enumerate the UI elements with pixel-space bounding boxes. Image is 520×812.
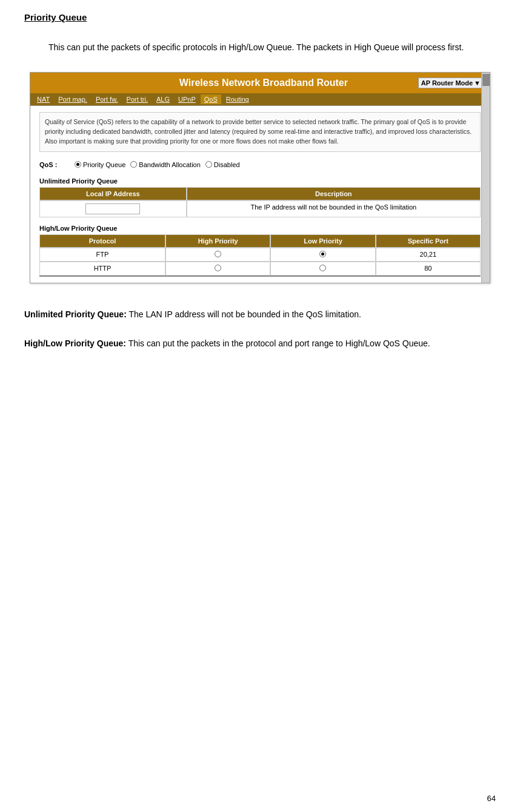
unlimited-table: Local IP Address Description The IP addr… [39, 187, 481, 217]
http-high-radio[interactable] [215, 265, 221, 271]
highlow-col-high: High Priority [165, 234, 270, 248]
unlimited-desc-cell: The IP address will not be bounded in th… [187, 200, 481, 217]
highlow-table: Protocol High Priority Low Priority Spec… [39, 234, 481, 277]
disabled-radio[interactable] [205, 161, 212, 168]
http-low-radio[interactable] [319, 265, 326, 271]
ftp-high-radio[interactable] [215, 251, 221, 257]
unlimited-ip-input[interactable] [85, 203, 140, 214]
http-protocol: HTTP [39, 262, 165, 276]
unlimited-section-label: Unlimited Priority Queue [39, 177, 481, 185]
highlow-term: High/Low Priority Queue: [24, 338, 126, 348]
highlow-section-label: High/Low Priority Queue [39, 225, 481, 232]
nav-portfw[interactable]: Port fw. [92, 94, 122, 104]
priority-queue-radio[interactable] [75, 161, 81, 168]
highlow-priority-queue-section: High/Low Priority Queue Protocol High Pr… [39, 225, 481, 277]
qos-mode-row: QoS : Priority Queue Bandwidth Allocatio… [39, 161, 481, 168]
ftp-low-radio[interactable] [319, 251, 326, 257]
disabled-label: Disabled [214, 161, 240, 168]
router-body: Quality of Service (QoS) refers to the c… [30, 106, 490, 282]
unlimited-col-ip: Local IP Address [39, 187, 187, 200]
highlow-row-ftp: FTP 20,21 [39, 248, 481, 262]
ftp-protocol: FTP [39, 248, 165, 262]
router-nav: NAT Port map. Port fw. Port tri. ALG UPn… [30, 93, 490, 106]
unlimited-description-section: Unlimited Priority Queue: The LAN IP add… [24, 308, 496, 322]
bandwidth-allocation-label: Bandwidth Allocation [139, 161, 201, 168]
intro-paragraph: This can put the packets of specific pro… [24, 41, 496, 54]
mode-label: AP Router Mode [421, 79, 473, 87]
router-screenshot-container: Wireless Network Broadband Router AP Rou… [30, 72, 490, 283]
highlow-description-section: High/Low Priority Queue: This can put th… [24, 337, 496, 351]
qos-field-label: QoS : [39, 161, 70, 168]
unlimited-term: Unlimited Priority Queue: [24, 309, 127, 319]
unlimited-priority-queue-section: Unlimited Priority Queue Local IP Addres… [39, 177, 481, 217]
http-high-priority[interactable] [165, 262, 270, 276]
nav-nat[interactable]: NAT [33, 94, 53, 104]
highlow-row-http: HTTP 80 [39, 262, 481, 277]
qos-bandwidth-option[interactable]: Bandwidth Allocation [130, 161, 201, 168]
nav-porttri[interactable]: Port tri. [123, 94, 152, 104]
scrollbar[interactable] [481, 73, 490, 282]
qos-disabled-option[interactable]: Disabled [205, 161, 240, 168]
unlimited-ip-cell [39, 200, 187, 217]
nav-qos[interactable]: QoS [201, 94, 221, 104]
highlow-col-port: Specific Port [376, 234, 481, 248]
unlimited-desc-text: The LAN IP address will not be bounded i… [128, 309, 361, 319]
http-port: 80 [376, 262, 481, 276]
page-title: Priority Queue [24, 12, 496, 22]
router-header: Wireless Network Broadband Router AP Rou… [30, 73, 490, 93]
qos-priority-queue-option[interactable]: Priority Queue [75, 161, 125, 168]
mode-select[interactable]: AP Router Mode ▼ [418, 78, 484, 88]
qos-description-text: Quality of Service (QoS) refers to the c… [39, 112, 481, 151]
http-low-priority[interactable] [270, 262, 375, 276]
router-header-title: Wireless Network Broadband Router [109, 78, 418, 88]
unlimited-table-row: The IP address will not be bounded in th… [39, 200, 481, 217]
nav-routing[interactable]: Routing [222, 94, 253, 104]
router-ui: Wireless Network Broadband Router AP Rou… [30, 72, 490, 283]
unlimited-table-header: Local IP Address Description [39, 187, 481, 200]
unlimited-col-desc: Description [187, 187, 481, 200]
highlow-desc-text: This can put the packets in the protocol… [128, 338, 430, 348]
highlow-col-low: Low Priority [270, 234, 375, 248]
highlow-table-header: Protocol High Priority Low Priority Spec… [39, 234, 481, 248]
highlow-col-protocol: Protocol [39, 234, 165, 248]
page-number: 64 [487, 794, 496, 803]
ftp-high-priority[interactable] [165, 248, 270, 262]
nav-upnp[interactable]: UPnP [175, 94, 199, 104]
ftp-low-priority[interactable] [270, 248, 375, 262]
ftp-port: 20,21 [376, 248, 481, 262]
priority-queue-label: Priority Queue [83, 161, 125, 168]
bandwidth-allocation-radio[interactable] [130, 161, 137, 168]
nav-portmap[interactable]: Port map. [55, 94, 91, 104]
scrollbar-thumb[interactable] [482, 74, 490, 86]
dropdown-arrow-icon: ▼ [474, 79, 481, 87]
nav-alg[interactable]: ALG [153, 94, 173, 104]
